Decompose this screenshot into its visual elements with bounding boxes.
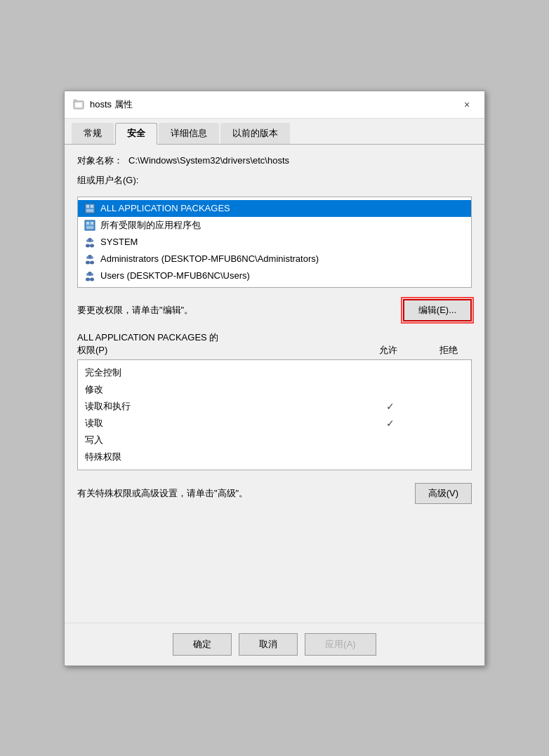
allow-col-header: 允许 [379, 344, 397, 357]
svg-point-17 [86, 260, 90, 264]
object-name-value: C:\Windows\System32\drivers\etc\hosts [128, 155, 289, 166]
close-button[interactable]: × [458, 97, 476, 112]
svg-rect-2 [74, 100, 77, 102]
perm-allow: ✓ [366, 418, 415, 429]
dialog-icon [73, 99, 84, 110]
list-item-text: Administrators (DESKTOP-MFUB6NC\Administ… [100, 253, 319, 264]
perm-row: 完全控制 [85, 364, 464, 381]
svg-rect-5 [91, 205, 93, 208]
perm-row: 读取和执行 ✓ [85, 398, 464, 415]
edit-hint: 要更改权限，请单击"编辑"。 [77, 304, 193, 317]
svg-point-25 [91, 273, 93, 276]
svg-point-19 [86, 256, 89, 259]
list-item[interactable]: Users (DESKTOP-MFUB6NC\Users) [78, 267, 471, 284]
svg-point-13 [90, 244, 94, 247]
tab-previous[interactable]: 以前的版本 [220, 123, 290, 144]
list-item-text: 所有受限制的应用程序包 [100, 219, 201, 232]
group-user-label: 组或用户名(G): [77, 174, 472, 187]
svg-rect-4 [86, 205, 89, 208]
tabs-bar: 常规 安全 详细信息 以前的版本 [65, 119, 484, 145]
list-item-text: Users (DESKTOP-MFUB6NC\Users) [100, 270, 250, 281]
svg-point-22 [86, 277, 90, 281]
tab-details[interactable]: 详细信息 [159, 123, 219, 144]
users-icon [84, 253, 96, 265]
users-list[interactable]: ALL APPLICATION PACKAGES 所有受限制的应用程序包 [77, 197, 472, 288]
permissions-title: ALL APPLICATION PACKAGES 的 权限(P) [77, 331, 218, 357]
list-item[interactable]: Administrators (DESKTOP-MFUB6NC\Administ… [78, 251, 471, 267]
perm-row: 特殊权限 [85, 449, 464, 465]
perm-name: 写入 [85, 434, 366, 446]
tab-security[interactable]: 安全 [115, 123, 157, 145]
list-item-text: ALL APPLICATION PACKAGES [100, 203, 230, 213]
perm-name: 读取和执行 [85, 400, 366, 413]
perm-name: 修改 [85, 383, 366, 396]
title-bar: hosts 属性 × [65, 91, 484, 119]
users-icon [84, 270, 96, 282]
ok-button[interactable]: 确定 [173, 633, 232, 656]
svg-rect-9 [91, 222, 93, 225]
users-icon [84, 236, 96, 248]
svg-point-23 [90, 277, 94, 281]
edit-button[interactable]: 编辑(E)... [403, 299, 472, 321]
list-item-text: SYSTEM [100, 237, 138, 247]
tab-general[interactable]: 常规 [72, 123, 114, 144]
tab-content: 对象名称： C:\Windows\System32\drivers\etc\ho… [65, 145, 484, 623]
permissions-section: ALL APPLICATION PACKAGES 的 权限(P) 允许 拒绝 完… [77, 331, 472, 470]
advanced-button[interactable]: 高级(V) [415, 483, 472, 504]
svg-rect-1 [75, 102, 82, 107]
svg-rect-8 [86, 222, 89, 225]
pkg-icon [84, 219, 96, 232]
svg-point-20 [91, 256, 93, 259]
edit-row: 要更改权限，请单击"编辑"。 编辑(E)... [77, 299, 472, 321]
perm-name: 完全控制 [85, 366, 366, 379]
svg-rect-6 [86, 209, 93, 212]
permissions-table: 完全控制 修改 读取和执行 ✓ 读取 [77, 359, 472, 470]
bottom-bar: 确定 取消 应用(A) [65, 623, 484, 665]
advanced-row: 有关特殊权限或高级设置，请单击"高级"。 高级(V) [77, 483, 472, 504]
svg-rect-10 [86, 226, 93, 229]
permissions-title-line1: ALL APPLICATION PACKAGES 的 [77, 331, 218, 344]
deny-col-header: 拒绝 [439, 344, 458, 357]
svg-point-18 [90, 260, 94, 264]
permissions-columns: 允许 拒绝 [379, 344, 458, 357]
object-name-label: 对象名称： [77, 154, 123, 167]
list-item[interactable]: 所有受限制的应用程序包 [78, 217, 471, 234]
perm-row: 写入 [85, 432, 464, 449]
cancel-button[interactable]: 取消 [239, 633, 298, 656]
object-name-row: 对象名称： C:\Windows\System32\drivers\etc\ho… [77, 154, 472, 167]
permissions-header: ALL APPLICATION PACKAGES 的 权限(P) 允许 拒绝 [77, 331, 472, 357]
list-item[interactable]: SYSTEM [78, 234, 471, 251]
perm-row: 读取 ✓ [85, 415, 464, 432]
svg-point-14 [86, 239, 89, 242]
svg-point-15 [91, 239, 93, 242]
perm-allow: ✓ [366, 401, 415, 412]
title-bar-text: hosts 属性 [90, 98, 458, 111]
perm-name: 特殊权限 [85, 451, 366, 463]
pkg-icon [84, 202, 96, 215]
svg-point-24 [86, 273, 89, 276]
dialog-window: hosts 属性 × 常规 安全 详细信息 以前的版本 对象名称： C:\Win… [64, 91, 485, 666]
list-item[interactable]: ALL APPLICATION PACKAGES [78, 200, 471, 217]
permissions-title-line2: 权限(P) [77, 344, 218, 357]
svg-point-12 [86, 244, 90, 247]
apply-button[interactable]: 应用(A) [305, 633, 376, 656]
perm-row: 修改 [85, 381, 464, 398]
perm-name: 读取 [85, 417, 366, 430]
advanced-hint: 有关特殊权限或高级设置，请单击"高级"。 [77, 487, 248, 500]
